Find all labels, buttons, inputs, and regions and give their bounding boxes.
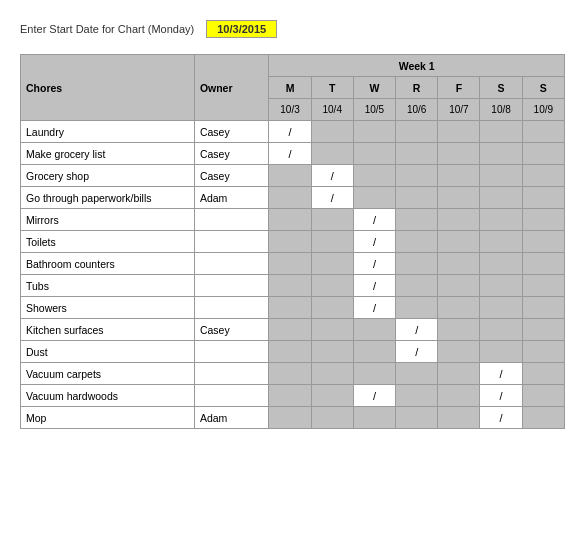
- day-cell-4-4: [438, 209, 480, 231]
- day-cell-1-6: [522, 143, 564, 165]
- day-cell-7-3: [396, 275, 438, 297]
- day-cell-1-5: [480, 143, 522, 165]
- date-0: 10/3: [269, 99, 311, 121]
- table-row: Vacuum hardwoods//: [21, 385, 565, 407]
- day-cell-12-5: /: [480, 385, 522, 407]
- day-cell-6-4: [438, 253, 480, 275]
- day-cell-2-0: [269, 165, 311, 187]
- day-cell-11-5: /: [480, 363, 522, 385]
- day-cell-8-1: [311, 297, 353, 319]
- day-cell-7-2: /: [353, 275, 395, 297]
- task-name: Vacuum carpets: [21, 363, 195, 385]
- date-input[interactable]: 10/3/2015: [206, 20, 277, 38]
- chores-table: Chores Owner Week 1 M T W R F S S 10/3 1…: [20, 54, 565, 429]
- day-cell-2-6: [522, 165, 564, 187]
- day-cell-3-4: [438, 187, 480, 209]
- owner-header: Owner: [194, 55, 269, 121]
- day-cell-11-1: [311, 363, 353, 385]
- task-owner: [194, 385, 269, 407]
- task-owner: [194, 253, 269, 275]
- day-cell-9-2: [353, 319, 395, 341]
- day-cell-8-4: [438, 297, 480, 319]
- day-cell-1-2: [353, 143, 395, 165]
- day-cell-1-0: /: [269, 143, 311, 165]
- day-cell-9-1: [311, 319, 353, 341]
- task-owner: Adam: [194, 407, 269, 429]
- day-header-t: T: [311, 77, 353, 99]
- day-cell-10-6: [522, 341, 564, 363]
- day-cell-7-0: [269, 275, 311, 297]
- day-cell-0-1: [311, 121, 353, 143]
- day-cell-13-1: [311, 407, 353, 429]
- table-row: LaundryCasey/: [21, 121, 565, 143]
- day-cell-3-6: [522, 187, 564, 209]
- table-row: Bathroom counters/: [21, 253, 565, 275]
- table-row: Dust/: [21, 341, 565, 363]
- date-2: 10/5: [353, 99, 395, 121]
- day-cell-1-3: [396, 143, 438, 165]
- day-cell-13-5: /: [480, 407, 522, 429]
- day-cell-4-1: [311, 209, 353, 231]
- day-cell-7-5: [480, 275, 522, 297]
- day-cell-6-5: [480, 253, 522, 275]
- day-cell-3-3: [396, 187, 438, 209]
- day-cell-1-1: [311, 143, 353, 165]
- task-name: Mirrors: [21, 209, 195, 231]
- day-cell-10-3: /: [396, 341, 438, 363]
- day-cell-9-0: [269, 319, 311, 341]
- day-cell-8-2: /: [353, 297, 395, 319]
- task-name: Dust: [21, 341, 195, 363]
- table-row: Tubs/: [21, 275, 565, 297]
- task-owner: [194, 231, 269, 253]
- day-cell-11-0: [269, 363, 311, 385]
- table-row: Vacuum carpets/: [21, 363, 565, 385]
- day-cell-0-4: [438, 121, 480, 143]
- task-name: Bathroom counters: [21, 253, 195, 275]
- day-cell-9-6: [522, 319, 564, 341]
- day-cell-8-3: [396, 297, 438, 319]
- table-row: Showers/: [21, 297, 565, 319]
- day-cell-0-5: [480, 121, 522, 143]
- table-row: Kitchen surfacesCasey/: [21, 319, 565, 341]
- task-name: Make grocery list: [21, 143, 195, 165]
- day-cell-3-0: [269, 187, 311, 209]
- day-cell-7-6: [522, 275, 564, 297]
- table-row: Mirrors/: [21, 209, 565, 231]
- day-cell-2-1: /: [311, 165, 353, 187]
- day-cell-2-5: [480, 165, 522, 187]
- day-cell-7-1: [311, 275, 353, 297]
- day-cell-9-3: /: [396, 319, 438, 341]
- table-row: MopAdam/: [21, 407, 565, 429]
- table-row: Make grocery listCasey/: [21, 143, 565, 165]
- day-cell-3-5: [480, 187, 522, 209]
- task-owner: [194, 341, 269, 363]
- day-cell-12-3: [396, 385, 438, 407]
- day-cell-8-6: [522, 297, 564, 319]
- table-row: Toilets/: [21, 231, 565, 253]
- day-cell-9-5: [480, 319, 522, 341]
- day-cell-5-6: [522, 231, 564, 253]
- day-cell-10-0: [269, 341, 311, 363]
- day-header-w: W: [353, 77, 395, 99]
- week-header: Week 1: [269, 55, 565, 77]
- day-cell-3-1: /: [311, 187, 353, 209]
- day-cell-13-3: [396, 407, 438, 429]
- day-header-m: M: [269, 77, 311, 99]
- day-cell-4-2: /: [353, 209, 395, 231]
- day-cell-6-2: /: [353, 253, 395, 275]
- task-name: Go through paperwork/bills: [21, 187, 195, 209]
- day-header-s2: S: [522, 77, 564, 99]
- task-owner: [194, 209, 269, 231]
- day-cell-5-2: /: [353, 231, 395, 253]
- task-name: Laundry: [21, 121, 195, 143]
- day-cell-5-3: [396, 231, 438, 253]
- task-owner: [194, 363, 269, 385]
- table-row: Grocery shopCasey/: [21, 165, 565, 187]
- day-cell-0-2: [353, 121, 395, 143]
- task-name: Mop: [21, 407, 195, 429]
- day-cell-10-2: [353, 341, 395, 363]
- day-cell-0-3: [396, 121, 438, 143]
- day-cell-2-4: [438, 165, 480, 187]
- day-cell-5-5: [480, 231, 522, 253]
- day-cell-5-1: [311, 231, 353, 253]
